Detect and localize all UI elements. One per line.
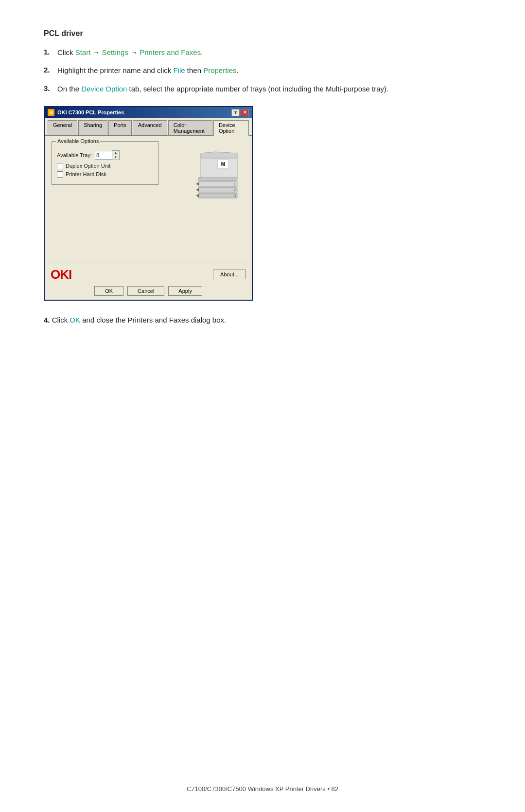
step-2-prefix: Highlight the printer name and click	[57, 66, 173, 74]
ok-button[interactable]: OK	[94, 286, 123, 296]
dialog-title: OKI C7300 PCL Properties	[57, 109, 124, 115]
tray-spinbox[interactable]: 8 ▲ ▼	[95, 150, 120, 160]
steps-list: 1. Click Start → Settings → Printers and…	[44, 47, 481, 94]
step-1-prefix: Click	[57, 48, 75, 56]
step-4: 4. Click OK and close the Printers and F…	[44, 314, 481, 325]
win-controls[interactable]: ? ✕	[231, 109, 249, 116]
oki-i: I	[69, 267, 71, 282]
step-1-printers: Printers and Faxes	[140, 48, 201, 56]
svg-rect-1	[198, 178, 237, 180]
step-3-device-option: Device Option	[81, 85, 127, 93]
help-button[interactable]: ?	[231, 109, 240, 116]
svg-rect-8	[198, 193, 237, 198]
step-1-start: Start	[75, 48, 91, 56]
tab-advanced[interactable]: Advanced	[133, 120, 167, 135]
step-4-suffix: and close the Printers and Faxes dialog …	[80, 316, 226, 324]
step-4-prefix: Click	[52, 316, 70, 324]
step-2: 2. Highlight the printer name and click …	[44, 65, 481, 76]
tab-general[interactable]: General	[48, 120, 77, 135]
step-4-number: 4.	[44, 316, 50, 324]
tab-device-option[interactable]: Device Option	[213, 120, 249, 136]
oki-o: O	[51, 267, 60, 282]
win-titlebar: 🖨 OKI C7300 PCL Properties ? ✕	[45, 107, 252, 118]
step-2-properties: Properties	[203, 66, 236, 74]
step-3: 3. On the Device Option tab, select the …	[44, 83, 481, 94]
step-2-middle: then	[185, 66, 204, 74]
svg-rect-6	[198, 187, 237, 192]
hard-disk-checkbox[interactable]	[57, 171, 63, 178]
spin-down[interactable]: ▼	[112, 155, 119, 160]
hard-disk-row[interactable]: Printer Hard Disk	[57, 171, 153, 178]
dialog-icon: 🖨	[48, 109, 54, 116]
close-button[interactable]: ✕	[241, 109, 249, 116]
page-footer: C7100/C7300/C7500 Windows XP Printer Dri…	[0, 785, 525, 793]
cancel-button[interactable]: Cancel	[127, 286, 164, 296]
spin-arrows[interactable]: ▲ ▼	[112, 150, 120, 160]
step-3-suffix: tab, select the appropriate number of tr…	[127, 85, 388, 93]
bottom-buttons: OK Cancel Apply	[51, 286, 246, 296]
tray-option-row: Available Tray: 8 ▲ ▼	[57, 150, 153, 160]
step-1-arrow2: →	[128, 48, 140, 56]
tab-ports[interactable]: Ports	[108, 120, 132, 135]
step-1-settings: Settings	[102, 48, 128, 56]
step-2-number: 2.	[44, 65, 57, 76]
tab-color-management[interactable]: Color Management	[168, 120, 212, 135]
svg-text:M: M	[221, 162, 225, 167]
step-2-suffix: .	[237, 66, 239, 74]
footer-text: C7100/C7300/C7500 Windows XP Printer Dri…	[187, 785, 338, 793]
win-dialog: 🖨 OKI C7300 PCL Properties ? ✕ General S…	[44, 106, 253, 301]
svg-text:2: 2	[234, 188, 236, 192]
step-4-ok: OK	[70, 316, 80, 324]
duplex-option-row[interactable]: Duplex Option Unit	[57, 163, 153, 169]
step-1-arrow1: →	[90, 48, 102, 56]
step-1-number: 1.	[44, 47, 57, 58]
step-2-file: File	[173, 66, 185, 74]
spin-up[interactable]: ▲	[112, 151, 119, 155]
step-1-suffix: .	[201, 48, 203, 56]
dialog-wrapper: 🖨 OKI C7300 PCL Properties ? ✕ General S…	[44, 106, 481, 301]
apply-button[interactable]: Apply	[168, 286, 202, 296]
svg-rect-4	[198, 181, 237, 186]
logo-row: OKI About...	[51, 267, 246, 282]
svg-text:3: 3	[234, 194, 236, 198]
duplex-label: Duplex Option Unit	[66, 163, 110, 169]
step-3-prefix: On the	[57, 85, 81, 93]
about-button[interactable]: About...	[213, 270, 246, 279]
printer-image: M 1 2 3	[191, 151, 242, 208]
win-body: Available Options Available Tray: 8 ▲ ▼	[45, 136, 252, 263]
oki-k: K	[60, 267, 69, 282]
step-3-number: 3.	[44, 83, 57, 94]
duplex-checkbox[interactable]	[57, 163, 63, 169]
groupbox-title: Available Options	[56, 138, 100, 144]
win-tabs: General Sharing Ports Advanced Color Man…	[45, 118, 252, 136]
hard-disk-label: Printer Hard Disk	[66, 171, 106, 177]
tray-value[interactable]: 8	[95, 151, 112, 160]
titlebar-left: 🖨 OKI C7300 PCL Properties	[48, 109, 124, 116]
step-1-text: Click Start → Settings → Printers and Fa…	[57, 47, 203, 58]
step-2-text: Highlight the printer name and click Fil…	[57, 65, 239, 76]
section-heading: PCL driver	[44, 29, 481, 38]
available-options-group: Available Options Available Tray: 8 ▲ ▼	[52, 141, 158, 185]
oki-logo: OKI	[51, 267, 71, 282]
tray-label: Available Tray:	[57, 152, 92, 158]
win-footer: OKI About... OK Cancel Apply	[45, 263, 252, 300]
step-3-text: On the Device Option tab, select the app…	[57, 83, 388, 94]
tab-sharing[interactable]: Sharing	[78, 120, 107, 135]
step-1: 1. Click Start → Settings → Printers and…	[44, 47, 481, 58]
svg-text:1: 1	[234, 182, 236, 186]
page-content: PCL driver 1. Click Start → Settings → P…	[44, 29, 481, 325]
